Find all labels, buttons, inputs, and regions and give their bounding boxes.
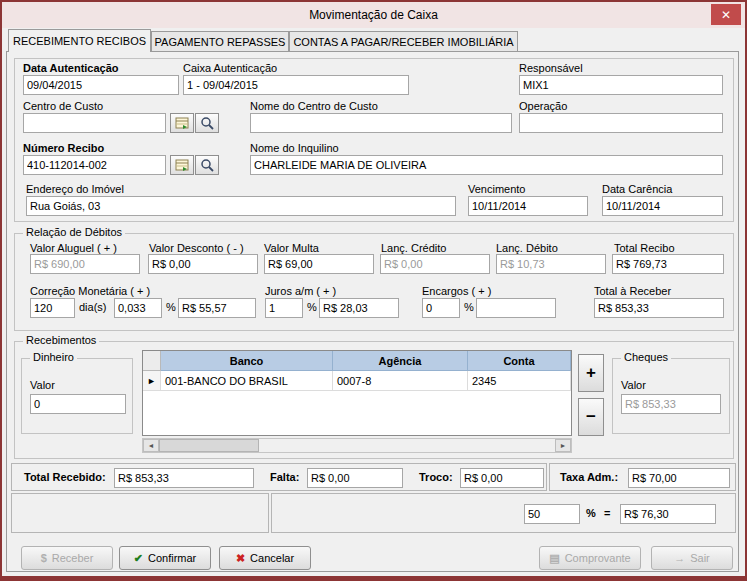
- total-receber-label: Total à Receber: [594, 285, 671, 297]
- percentual-valor-field[interactable]: [620, 504, 716, 524]
- troco-field[interactable]: [460, 468, 544, 488]
- tab-pagamento-repasses[interactable]: PAGAMENTO REPASSES: [151, 31, 289, 51]
- cheques-valor-label: Valor: [621, 379, 646, 391]
- search-icon: [200, 158, 214, 172]
- totais-panel: Total Recebido: Falta: Troco:: [11, 463, 547, 491]
- centro-custo-label: Centro de Custo: [23, 100, 103, 112]
- exit-icon: →: [674, 552, 685, 564]
- percent-label: %: [464, 301, 474, 313]
- vencimento-field[interactable]: [468, 196, 588, 216]
- data-autenticacao-label: Data Autenticação: [23, 62, 119, 74]
- dinheiro-valor-label: Valor: [30, 379, 55, 391]
- bancos-grid[interactable]: Banco Agência Conta ► 001-BANCO DO BRASI…: [142, 350, 572, 436]
- recebimentos-groupbox: Recebimentos Dinheiro Valor Banco Agênci…: [14, 341, 734, 459]
- movimentacao-caixa-window: Movimentação de Caixa ✕ RECEBIMENTO RECI…: [0, 0, 747, 581]
- confirmar-button[interactable]: ✔ Confirmar: [119, 546, 211, 570]
- correcao-taxa-field[interactable]: [114, 298, 162, 318]
- tab-recebimento-recibos[interactable]: RECEBIMENTO RECIBOS: [8, 29, 151, 52]
- endereco-imovel-field[interactable]: [26, 196, 456, 216]
- percentual-field[interactable]: [524, 504, 580, 524]
- nome-centro-custo-field[interactable]: [250, 113, 512, 133]
- numero-recibo-field[interactable]: [23, 155, 166, 175]
- titlebar: Movimentação de Caixa ✕: [2, 2, 745, 28]
- cheques-valor-field[interactable]: [621, 394, 721, 414]
- scrollbar-thumb[interactable]: [159, 439, 259, 452]
- centro-custo-search-button[interactable]: [195, 113, 219, 133]
- dinheiro-valor-field[interactable]: [30, 394, 126, 414]
- scroll-right-icon[interactable]: ►: [555, 439, 571, 452]
- cancelar-button[interactable]: ✖ Cancelar: [219, 546, 311, 570]
- juros-taxa-field[interactable]: [265, 298, 303, 318]
- encargos-taxa-field[interactable]: [422, 298, 460, 318]
- caixa-autenticacao-field[interactable]: [183, 75, 409, 95]
- valor-desconto-label: Valor Desconto ( - ): [149, 242, 244, 254]
- confirmar-label: Confirmar: [148, 552, 196, 564]
- total-recibo-field[interactable]: [612, 254, 724, 274]
- total-receber-field[interactable]: [594, 298, 724, 318]
- grid-column-banco[interactable]: Banco: [161, 351, 333, 371]
- cheques-groupbox: Cheques Valor: [612, 358, 730, 434]
- cell-banco: 001-BANCO DO BRASIL: [161, 371, 333, 391]
- numero-recibo-search-button[interactable]: [195, 155, 219, 175]
- correcao-monetaria-label: Correção Monetária ( + ): [30, 285, 150, 297]
- tab-page-recebimento: Data Autenticação Caixa Autenticação Res…: [6, 51, 739, 572]
- encargos-label: Encargos ( + ): [422, 285, 491, 297]
- centro-custo-field[interactable]: [23, 113, 166, 133]
- tab-contas-pagar-receber[interactable]: CONTAS A PAGAR/RECEBER IMOBILIÁRIA: [289, 31, 518, 51]
- taxa-adm-label: Taxa Adm.:: [560, 471, 618, 483]
- grid-indicator-header: [143, 351, 161, 371]
- minus-icon: −: [586, 407, 596, 427]
- data-carencia-field[interactable]: [602, 196, 723, 216]
- valor-multa-field[interactable]: [264, 254, 374, 274]
- centro-custo-lookup-button[interactable]: [170, 113, 194, 133]
- lookup-icon: [175, 117, 189, 129]
- grid-horizontal-scrollbar[interactable]: ◄ ►: [142, 438, 572, 453]
- equals-sign-label: =: [604, 507, 610, 519]
- tab-label: CONTAS A PAGAR/RECEBER IMOBILIÁRIA: [293, 36, 513, 48]
- grid-column-conta[interactable]: Conta: [468, 351, 571, 371]
- nome-centro-custo-label: Nome do Centro de Custo: [250, 100, 378, 112]
- responsavel-field[interactable]: [519, 75, 723, 95]
- vencimento-label: Vencimento: [468, 183, 525, 195]
- lanc-credito-field[interactable]: [380, 254, 490, 274]
- falta-field[interactable]: [307, 468, 403, 488]
- receber-button[interactable]: $ Receber: [21, 546, 113, 570]
- search-icon: [200, 116, 214, 130]
- dinheiro-groupbox: Dinheiro Valor: [21, 358, 133, 434]
- tab-label: PAGAMENTO REPASSES: [155, 36, 286, 48]
- lanc-credito-label: Lanç. Crédito: [381, 242, 446, 254]
- scrollbar-track[interactable]: [259, 439, 555, 452]
- sair-button[interactable]: → Sair: [651, 546, 733, 570]
- grid-data-row[interactable]: ► 001-BANCO DO BRASIL 0007-8 2345: [143, 371, 571, 391]
- operacao-field[interactable]: [519, 113, 723, 133]
- lanc-debito-field[interactable]: [496, 254, 606, 274]
- taxa-adm-field[interactable]: [628, 468, 730, 488]
- sair-label: Sair: [690, 552, 710, 564]
- nome-inquilino-field[interactable]: [250, 155, 723, 175]
- correcao-valor-field[interactable]: [178, 298, 256, 318]
- grid-header-row: Banco Agência Conta: [143, 351, 571, 371]
- numero-recibo-lookup-button[interactable]: [170, 155, 194, 175]
- data-autenticacao-field[interactable]: [23, 75, 179, 95]
- total-recebido-label: Total Recebido:: [24, 471, 106, 483]
- close-button[interactable]: ✕: [711, 4, 741, 25]
- juros-valor-field[interactable]: [319, 298, 399, 318]
- row-selector-icon: ►: [143, 371, 161, 391]
- valor-aluguel-field[interactable]: [30, 254, 140, 274]
- close-icon: ✕: [721, 8, 731, 22]
- scroll-left-icon[interactable]: ◄: [143, 439, 159, 452]
- grid-column-agencia[interactable]: Agência: [333, 351, 468, 371]
- percentual-panel: % =: [271, 493, 736, 533]
- data-carencia-label: Data Carência: [602, 183, 672, 195]
- remove-row-button[interactable]: −: [578, 398, 604, 436]
- cell-agencia: 0007-8: [333, 371, 468, 391]
- comprovante-button[interactable]: ▤ Comprovante: [539, 546, 641, 570]
- add-row-button[interactable]: +: [578, 354, 604, 392]
- total-recebido-field[interactable]: [114, 468, 254, 488]
- nome-inquilino-label: Nome do Inquilino: [250, 142, 339, 154]
- correcao-dias-field[interactable]: [30, 298, 75, 318]
- valor-desconto-field[interactable]: [148, 254, 258, 274]
- caixa-autenticacao-label: Caixa Autenticação: [183, 62, 277, 74]
- encargos-valor-field[interactable]: [476, 298, 556, 318]
- plus-icon: +: [586, 363, 596, 383]
